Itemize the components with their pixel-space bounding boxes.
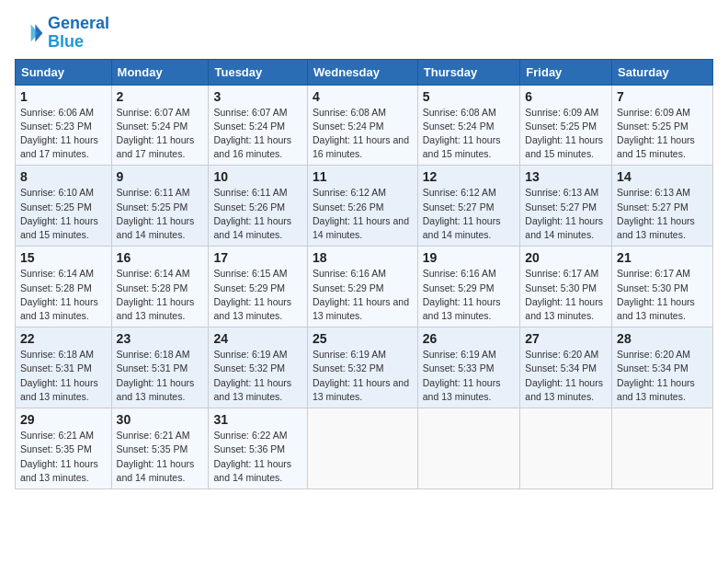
day-info: Sunrise: 6:22 AMSunset: 5:36 PMDaylight:… — [213, 430, 291, 483]
day-info: Sunrise: 6:08 AMSunset: 5:24 PMDaylight:… — [313, 107, 409, 160]
day-info: Sunrise: 6:15 AMSunset: 5:29 PMDaylight:… — [213, 268, 291, 321]
day-number: 1 — [20, 89, 107, 104]
calendar-cell: 18 Sunrise: 6:16 AMSunset: 5:29 PMDaylig… — [307, 247, 417, 327]
week-row-1: 1 Sunrise: 6:06 AMSunset: 5:23 PMDayligh… — [16, 85, 713, 166]
calendar-cell: 29 Sunrise: 6:21 AMSunset: 5:35 PMDaylig… — [16, 408, 112, 489]
calendar-cell: 25 Sunrise: 6:19 AMSunset: 5:32 PMDaylig… — [307, 327, 417, 408]
calendar-cell: 23 Sunrise: 6:18 AMSunset: 5:31 PMDaylig… — [111, 327, 209, 408]
calendar-cell: 17 Sunrise: 6:15 AMSunset: 5:29 PMDaylig… — [209, 247, 308, 327]
day-number: 21 — [617, 250, 708, 265]
calendar-cell: 22 Sunrise: 6:18 AMSunset: 5:31 PMDaylig… — [16, 327, 112, 408]
day-info: Sunrise: 6:10 AMSunset: 5:25 PMDaylight:… — [20, 187, 98, 240]
day-info: Sunrise: 6:21 AMSunset: 5:35 PMDaylight:… — [20, 430, 98, 483]
day-info: Sunrise: 6:18 AMSunset: 5:31 PMDaylight:… — [117, 349, 195, 402]
day-info: Sunrise: 6:12 AMSunset: 5:27 PMDaylight:… — [423, 187, 501, 240]
day-number: 13 — [525, 169, 607, 184]
calendar-cell: 6 Sunrise: 6:09 AMSunset: 5:25 PMDayligh… — [520, 85, 612, 166]
day-number: 27 — [525, 331, 607, 346]
day-number: 8 — [20, 169, 107, 184]
day-number: 15 — [20, 250, 107, 265]
day-number: 28 — [617, 331, 708, 346]
day-number: 5 — [423, 89, 516, 104]
day-info: Sunrise: 6:07 AMSunset: 5:24 PMDaylight:… — [213, 107, 291, 160]
day-info: Sunrise: 6:08 AMSunset: 5:24 PMDaylight:… — [423, 107, 501, 160]
calendar-cell: 14 Sunrise: 6:13 AMSunset: 5:27 PMDaylig… — [612, 166, 713, 247]
day-info: Sunrise: 6:19 AMSunset: 5:32 PMDaylight:… — [313, 349, 409, 402]
week-row-3: 15 Sunrise: 6:14 AMSunset: 5:28 PMDaylig… — [16, 247, 713, 327]
day-info: Sunrise: 6:11 AMSunset: 5:25 PMDaylight:… — [117, 187, 195, 240]
day-number: 18 — [313, 250, 413, 265]
calendar-cell: 24 Sunrise: 6:19 AMSunset: 5:32 PMDaylig… — [209, 327, 308, 408]
day-info: Sunrise: 6:16 AMSunset: 5:29 PMDaylight:… — [313, 268, 409, 321]
day-number: 25 — [313, 331, 413, 346]
header-sunday: Sunday — [16, 59, 112, 85]
logo: General Blue — [15, 15, 109, 52]
day-info: Sunrise: 6:12 AMSunset: 5:26 PMDaylight:… — [313, 187, 409, 240]
day-info: Sunrise: 6:17 AMSunset: 5:30 PMDaylight:… — [525, 268, 603, 321]
calendar-cell — [307, 408, 417, 489]
day-info: Sunrise: 6:06 AMSunset: 5:23 PMDaylight:… — [20, 107, 98, 160]
calendar-cell: 20 Sunrise: 6:17 AMSunset: 5:30 PMDaylig… — [520, 247, 612, 327]
header-monday: Monday — [111, 59, 209, 85]
day-number: 4 — [313, 89, 413, 104]
calendar-cell: 5 Sunrise: 6:08 AMSunset: 5:24 PMDayligh… — [417, 85, 520, 166]
day-number: 22 — [20, 331, 107, 346]
calendar-cell: 11 Sunrise: 6:12 AMSunset: 5:26 PMDaylig… — [307, 166, 417, 247]
day-info: Sunrise: 6:21 AMSunset: 5:35 PMDaylight:… — [117, 430, 195, 483]
calendar-cell: 27 Sunrise: 6:20 AMSunset: 5:34 PMDaylig… — [520, 327, 612, 408]
calendar-cell — [417, 408, 520, 489]
day-number: 20 — [525, 250, 607, 265]
day-number: 26 — [423, 331, 516, 346]
day-info: Sunrise: 6:11 AMSunset: 5:26 PMDaylight:… — [213, 187, 291, 240]
day-number: 30 — [117, 412, 204, 427]
day-number: 23 — [117, 331, 204, 346]
day-number: 17 — [213, 250, 302, 265]
day-number: 10 — [213, 169, 302, 184]
calendar-cell: 4 Sunrise: 6:08 AMSunset: 5:24 PMDayligh… — [307, 85, 417, 166]
day-info: Sunrise: 6:14 AMSunset: 5:28 PMDaylight:… — [20, 268, 98, 321]
calendar-cell — [520, 408, 612, 489]
day-info: Sunrise: 6:07 AMSunset: 5:24 PMDaylight:… — [117, 107, 195, 160]
day-number: 19 — [423, 250, 516, 265]
day-info: Sunrise: 6:20 AMSunset: 5:34 PMDaylight:… — [525, 349, 603, 402]
logo-text: General Blue — [48, 15, 109, 52]
week-row-5: 29 Sunrise: 6:21 AMSunset: 5:35 PMDaylig… — [16, 408, 713, 489]
calendar-cell: 8 Sunrise: 6:10 AMSunset: 5:25 PMDayligh… — [16, 166, 112, 247]
day-number: 16 — [117, 250, 204, 265]
calendar-cell: 19 Sunrise: 6:16 AMSunset: 5:29 PMDaylig… — [417, 247, 520, 327]
day-number: 12 — [423, 169, 516, 184]
calendar-cell: 10 Sunrise: 6:11 AMSunset: 5:26 PMDaylig… — [209, 166, 308, 247]
day-info: Sunrise: 6:17 AMSunset: 5:30 PMDaylight:… — [617, 268, 695, 321]
calendar-table: SundayMondayTuesdayWednesdayThursdayFrid… — [15, 59, 713, 489]
day-number: 9 — [117, 169, 204, 184]
calendar-cell: 30 Sunrise: 6:21 AMSunset: 5:35 PMDaylig… — [111, 408, 209, 489]
day-info: Sunrise: 6:20 AMSunset: 5:34 PMDaylight:… — [617, 349, 695, 402]
day-info: Sunrise: 6:18 AMSunset: 5:31 PMDaylight:… — [20, 349, 98, 402]
day-info: Sunrise: 6:09 AMSunset: 5:25 PMDaylight:… — [617, 107, 695, 160]
calendar-cell: 16 Sunrise: 6:14 AMSunset: 5:28 PMDaylig… — [111, 247, 209, 327]
day-number: 7 — [617, 89, 708, 104]
day-number: 11 — [313, 169, 413, 184]
day-number: 24 — [213, 331, 302, 346]
calendar-cell: 13 Sunrise: 6:13 AMSunset: 5:27 PMDaylig… — [520, 166, 612, 247]
calendar-cell: 26 Sunrise: 6:19 AMSunset: 5:33 PMDaylig… — [417, 327, 520, 408]
header-wednesday: Wednesday — [307, 59, 417, 85]
calendar-cell: 12 Sunrise: 6:12 AMSunset: 5:27 PMDaylig… — [417, 166, 520, 247]
calendar-cell: 28 Sunrise: 6:20 AMSunset: 5:34 PMDaylig… — [612, 327, 713, 408]
day-number: 3 — [213, 89, 302, 104]
calendar-cell: 2 Sunrise: 6:07 AMSunset: 5:24 PMDayligh… — [111, 85, 209, 166]
calendar-cell: 15 Sunrise: 6:14 AMSunset: 5:28 PMDaylig… — [16, 247, 112, 327]
calendar-cell — [612, 408, 713, 489]
week-row-4: 22 Sunrise: 6:18 AMSunset: 5:31 PMDaylig… — [16, 327, 713, 408]
day-number: 6 — [525, 89, 607, 104]
calendar-cell: 1 Sunrise: 6:06 AMSunset: 5:23 PMDayligh… — [16, 85, 112, 166]
header-saturday: Saturday — [612, 59, 713, 85]
day-number: 2 — [117, 89, 204, 104]
day-number: 14 — [617, 169, 708, 184]
calendar-cell: 9 Sunrise: 6:11 AMSunset: 5:25 PMDayligh… — [111, 166, 209, 247]
day-number: 31 — [213, 412, 302, 427]
day-info: Sunrise: 6:16 AMSunset: 5:29 PMDaylight:… — [423, 268, 501, 321]
page-header: General Blue — [15, 15, 713, 52]
logo-icon — [15, 18, 44, 48]
calendar-cell: 3 Sunrise: 6:07 AMSunset: 5:24 PMDayligh… — [209, 85, 308, 166]
